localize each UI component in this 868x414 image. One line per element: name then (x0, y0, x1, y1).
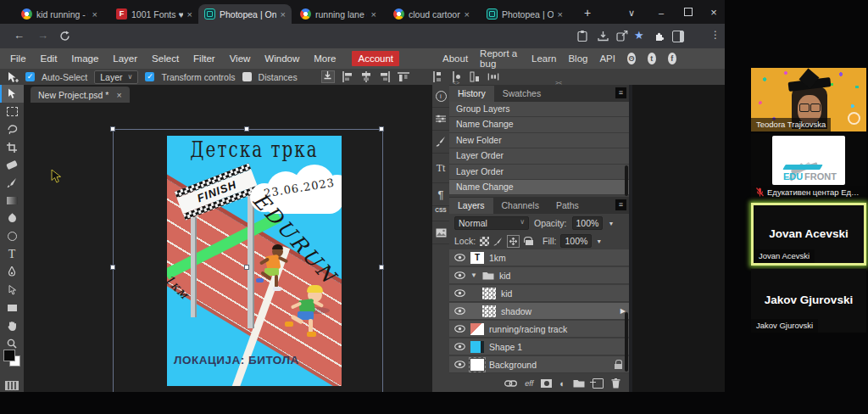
tab-close-icon[interactable] (558, 9, 563, 20)
visibility-eye-icon[interactable] (454, 289, 465, 297)
new-tab-button[interactable] (576, 5, 598, 20)
participant-tile-edufront[interactable]: EDU FRONT Едукативен центар Ед… (751, 133, 866, 199)
account-button[interactable]: Account (352, 51, 399, 66)
lock-position-icon[interactable] (507, 235, 520, 248)
history-scrollbar[interactable] (625, 165, 628, 196)
opacity-slider-icon[interactable] (608, 221, 614, 227)
menu-api[interactable]: API (599, 53, 615, 64)
browser-menu-dots-icon[interactable] (710, 29, 721, 41)
reddit-icon[interactable]: ʘ (627, 53, 636, 64)
move-tool[interactable] (0, 85, 24, 103)
forward-icon[interactable] (37, 29, 48, 42)
properties-panel-icon[interactable] (432, 108, 449, 131)
clipboard-icon[interactable] (577, 31, 587, 42)
brush-tool[interactable] (0, 174, 24, 192)
menu-blog[interactable]: Blog (568, 53, 587, 64)
visibility-eye-icon[interactable] (454, 271, 465, 279)
transform-handle[interactable] (379, 126, 384, 131)
tab-close-icon[interactable] (465, 9, 470, 20)
transform-selection-box[interactable] (113, 129, 383, 392)
layer-row-kid[interactable]: kid (449, 285, 629, 302)
layer-row-track[interactable]: running/racing track (449, 321, 629, 338)
document-close-icon[interactable] (116, 90, 121, 100)
panel-menu-icon[interactable] (615, 199, 626, 210)
menu-filter[interactable]: Filter (193, 53, 215, 64)
distribute-spacing-icon[interactable] (487, 71, 499, 82)
transform-handle[interactable] (244, 265, 249, 270)
blend-mode-select[interactable]: Normal (454, 216, 529, 230)
side-panel-icon[interactable] (672, 31, 684, 42)
blur-tool[interactable] (0, 210, 24, 227)
lasso-tool[interactable] (0, 120, 24, 138)
eraser-tool[interactable] (0, 156, 24, 174)
install-icon[interactable] (598, 31, 609, 42)
hand-tool[interactable] (0, 316, 24, 334)
participant-tile-jakov[interactable]: Jakov Gjurovski Jakov Gjurovski (751, 269, 866, 333)
export-layers-icon[interactable] (321, 70, 335, 83)
image-panel-icon[interactable] (432, 221, 449, 244)
menu-view[interactable]: View (230, 53, 251, 64)
tab-close-icon[interactable] (281, 9, 286, 20)
browser-tab-running-lane[interactable]: running lane cartoo (294, 4, 382, 24)
menu-image[interactable]: Image (71, 53, 98, 64)
tab-history[interactable]: History (449, 86, 494, 102)
align-right-icon[interactable] (379, 71, 391, 82)
share-icon[interactable] (616, 31, 628, 42)
menu-layer[interactable]: Layer (113, 53, 137, 64)
path-select-tool[interactable] (0, 281, 24, 299)
panel-menu-icon[interactable] (615, 87, 626, 98)
tab-close-icon[interactable] (371, 9, 376, 20)
layer-row-kid-group[interactable]: kid (449, 267, 629, 284)
auto-select-checkbox[interactable]: ✓ (25, 72, 35, 81)
visibility-eye-icon[interactable] (454, 254, 465, 261)
document-tab[interactable]: New Project.psd * (31, 87, 130, 103)
participant-tile-jovan-active-speaker[interactable]: Jovan Acevski Jovan Acevski (751, 203, 866, 266)
canvas-area[interactable]: New Project.psd * FINISH 23.06.2023 (24, 85, 432, 392)
distribute-vertical-icon[interactable] (431, 71, 443, 82)
history-step-current[interactable]: Name Change (449, 180, 629, 195)
menu-edit[interactable]: Edit (41, 53, 58, 64)
crop-tool[interactable] (0, 138, 24, 156)
layer-mode-dropdown[interactable]: Layer (94, 70, 138, 84)
character-panel-icon[interactable]: Tt (432, 154, 449, 183)
css-panel-icon[interactable]: CSS (432, 199, 449, 221)
keyboard-shortcuts-icon[interactable] (0, 377, 24, 394)
layer-row-shape1[interactable]: Shape 1 (449, 338, 629, 355)
menu-report-bug[interactable]: Report a bug (480, 48, 520, 69)
tab-paths[interactable]: Paths (548, 198, 587, 214)
window-minimize-button[interactable]: – (650, 5, 672, 20)
transform-handle[interactable] (110, 265, 115, 270)
browser-tab-1001-fonts[interactable]: F 1001 Fonts ♥ Free (110, 4, 198, 24)
pen-tool[interactable] (0, 263, 24, 281)
align-center-icon[interactable] (360, 71, 372, 82)
shape-tool[interactable] (0, 299, 24, 316)
rectangle-select-tool[interactable] (0, 103, 24, 120)
tab-swatches[interactable]: Swatches (494, 86, 550, 102)
browser-tab-photopea-active[interactable]: Photopea | Online (198, 4, 292, 24)
transform-handle[interactable] (110, 126, 115, 131)
menu-select[interactable]: Select (152, 53, 179, 64)
transform-handle[interactable] (379, 265, 384, 270)
facebook-icon[interactable]: f (668, 53, 676, 64)
visibility-eye-icon[interactable] (454, 307, 465, 315)
brush-panel-icon[interactable] (432, 131, 449, 154)
layer-row-background[interactable]: Background (449, 356, 629, 373)
adjustment-layer-icon[interactable] (559, 378, 565, 389)
lock-pixels-icon[interactable] (493, 237, 503, 246)
layer-row-shadow-selected[interactable]: shadow (449, 303, 629, 320)
transform-handle[interactable] (244, 126, 249, 131)
window-restore-button[interactable] (677, 5, 699, 20)
history-step[interactable]: Name Change (449, 117, 629, 132)
link-layers-icon[interactable] (504, 380, 517, 387)
browser-tab-kid-running[interactable]: kid running - Goog (15, 4, 103, 24)
participant-tile-teodora[interactable]: Teodora Trajkovska (751, 68, 866, 131)
reload-icon[interactable] (59, 31, 70, 42)
tab-close-icon[interactable] (187, 9, 192, 20)
back-icon[interactable] (14, 29, 25, 42)
browser-tab-photopea-2[interactable]: Photopea | Online (481, 4, 569, 24)
fill-slider-icon[interactable] (596, 238, 602, 244)
menu-file[interactable]: File (10, 53, 26, 64)
history-step[interactable]: New Folder (449, 133, 629, 148)
type-tool[interactable]: T (0, 245, 24, 263)
new-group-icon[interactable] (573, 378, 585, 388)
